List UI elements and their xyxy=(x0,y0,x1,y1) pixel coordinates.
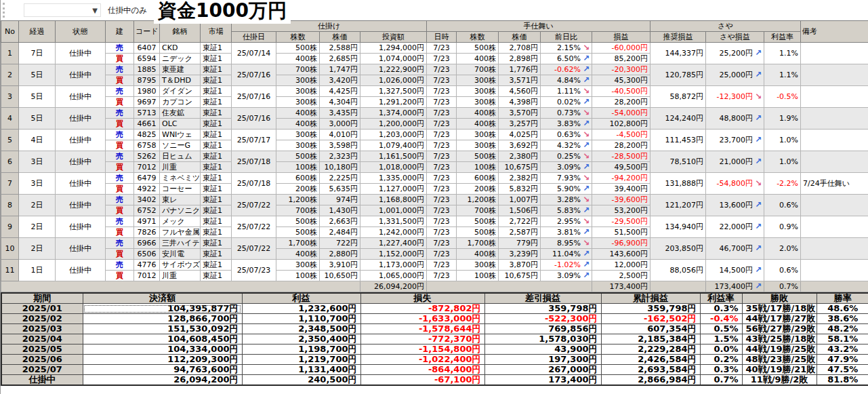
cell-market[interactable]: 東証1 xyxy=(201,97,232,108)
cell-winrate[interactable]: 58.1% xyxy=(817,334,868,344)
cell-saya-pl[interactable]: 25,200円↗ xyxy=(706,43,764,64)
trade-row[interactable]: 54日仕掛中売4825WNIウェ東証125/07/17300株4,010円1,2… xyxy=(1,130,868,140)
cell-market[interactable]: 東証1 xyxy=(201,195,232,205)
cell-exit-price[interactable]: 3,870円 xyxy=(499,260,541,271)
summary-row[interactable]: 2025/04104,608,450円2,350,400円-772,370円1,… xyxy=(1,334,868,344)
cell-code[interactable]: 7826 xyxy=(134,227,160,238)
cell-amount[interactable]: 151,530,092円 xyxy=(83,324,242,334)
cell-profit-loss[interactable]: -29,500円 xyxy=(592,216,650,227)
cell-code[interactable]: 4825 xyxy=(134,130,160,140)
cell-saya-pl[interactable]: 48,800円↗ xyxy=(706,108,764,130)
cell-exit-price[interactable]: 1,506円 xyxy=(499,205,541,216)
cell-profit-loss[interactable]: 28,200円 xyxy=(592,97,650,108)
cell-net[interactable]: 1,578,030円 xyxy=(484,334,601,344)
cell-recommended-pl[interactable]: 144,337円 xyxy=(650,43,706,64)
cell-code[interactable]: 6594 xyxy=(134,54,160,64)
cell-market[interactable]: 東証1 xyxy=(201,108,232,119)
cell-status[interactable]: 仕掛中 xyxy=(56,108,106,130)
cell-code[interactable]: 1885 xyxy=(134,64,160,75)
cell-name[interactable]: T＆DHD xyxy=(160,75,201,86)
cell-exit-date[interactable]: 7/23 xyxy=(427,195,457,205)
cell-record[interactable]: 40戦/19勝/21敗 xyxy=(742,365,817,375)
cell-exit-date[interactable]: 7/23 xyxy=(427,140,457,151)
cell-loss[interactable]: -1,633,000円 xyxy=(360,314,484,324)
cell-entry-shares[interactable]: 400株 xyxy=(276,119,320,130)
cell-entry-price[interactable]: 2,880円 xyxy=(320,249,360,260)
cell-day-change[interactable]: 7.93%↘ xyxy=(541,173,592,184)
cell-no[interactable]: 1 xyxy=(1,43,19,64)
cell-exit-shares[interactable]: 100株 xyxy=(457,162,499,173)
cell-entry-shares[interactable]: 300株 xyxy=(276,130,320,140)
cell-note[interactable] xyxy=(801,216,868,238)
cell-exit-date[interactable]: 7/23 xyxy=(427,43,457,54)
cell-entry-shares[interactable]: 600株 xyxy=(276,173,320,184)
cell-side[interactable]: 買 xyxy=(106,75,134,86)
cell-recommended-pl[interactable]: 124,240円 xyxy=(650,108,706,130)
trade-row[interactable]: 17日仕掛中売6407CKD東証125/07/14500株2,588円1,294… xyxy=(1,43,868,54)
cell-loss[interactable]: -67,100円 xyxy=(360,375,484,386)
cell-exit-price[interactable]: 2,898円 xyxy=(499,54,541,64)
cell-exit-shares[interactable]: 300株 xyxy=(457,260,499,271)
cell-no[interactable]: 11 xyxy=(1,260,19,281)
cell-profit-loss[interactable]: 51,500円 xyxy=(592,227,650,238)
cell-entry-shares[interactable]: 100株 xyxy=(276,162,320,173)
cell-code[interactable]: 7012 xyxy=(134,162,160,173)
cell-side[interactable]: 売 xyxy=(106,108,134,119)
cell-investment[interactable]: 1,227,400円 xyxy=(360,238,427,249)
cell-profit[interactable]: 1,110,700円 xyxy=(242,314,360,324)
cell-profit-loss[interactable]: -40,500円 xyxy=(592,86,650,97)
cell-name[interactable]: 東レ xyxy=(160,195,201,205)
cell-profit-rate[interactable]: 0.6% xyxy=(764,260,801,281)
cell-status[interactable]: 仕掛中 xyxy=(56,130,106,151)
cell-saya-pl[interactable]: 14,500円↗ xyxy=(706,260,764,281)
cell-profit[interactable]: 1,232,600円 xyxy=(242,304,360,314)
cell-rate[interactable]: 0.0% xyxy=(700,344,742,355)
cell-name[interactable]: メック xyxy=(160,216,201,227)
cell-winrate[interactable]: 47.9% xyxy=(817,355,868,365)
cell-entry-price[interactable]: 2,323円 xyxy=(320,151,360,162)
cell-net[interactable]: 173,400円 xyxy=(484,375,601,386)
cell-exit-date[interactable]: 7/23 xyxy=(427,54,457,64)
cell-entry-date[interactable]: 25/07/14 xyxy=(232,43,276,64)
summary-row[interactable]: 2025/02128,866,700円1,110,700円-1,633,000円… xyxy=(1,314,868,324)
cell-name[interactable]: 安川電 xyxy=(160,249,201,260)
cell-net[interactable]: 43,900円 xyxy=(484,344,601,355)
cell-market[interactable]: 東証1 xyxy=(201,271,232,281)
cell-investment[interactable]: 1,018,000円 xyxy=(360,162,427,173)
cell-recommended-pl[interactable]: 121,207円 xyxy=(650,195,706,216)
cell-elapsed[interactable]: 2日 xyxy=(19,216,56,238)
cell-period[interactable]: 仕掛中 xyxy=(1,375,83,386)
cell-name[interactable]: フルヤ金属 xyxy=(160,227,201,238)
cell-day-change[interactable]: 0.63%↘ xyxy=(541,130,592,140)
cell-net[interactable]: 197,300円 xyxy=(484,355,601,365)
cell-amount[interactable]: 104,334,000円 xyxy=(83,344,242,355)
cell-period[interactable]: 2025/02 xyxy=(1,314,83,324)
cell-entry-price[interactable]: 3,910円 xyxy=(320,260,360,271)
cell-code[interactable]: 4971 xyxy=(134,216,160,227)
cell-profit-loss[interactable]: 143,600円 xyxy=(592,249,650,260)
cell-market[interactable]: 東証1 xyxy=(201,130,232,140)
cell-exit-shares[interactable]: 200株 xyxy=(457,184,499,195)
cell-amount[interactable]: 26,094,200円 xyxy=(83,375,242,386)
cell-investment[interactable]: 1,374,000円 xyxy=(360,108,427,119)
cell-cum[interactable]: 2,866,984円 xyxy=(601,375,700,386)
cell-amount[interactable]: 112,209,300円 xyxy=(83,355,242,365)
cell-exit-shares[interactable]: 400株 xyxy=(457,108,499,119)
cell-elapsed[interactable]: 5日 xyxy=(19,108,56,130)
cell-elapsed[interactable]: 2日 xyxy=(19,238,56,260)
cell-side[interactable]: 買 xyxy=(106,54,134,64)
cell-investment[interactable]: 1,242,000円 xyxy=(360,227,427,238)
cell-side[interactable]: 売 xyxy=(106,173,134,184)
cell-loss[interactable]: -772,370円 xyxy=(360,334,484,344)
cell-entry-shares[interactable]: 100株 xyxy=(276,271,320,281)
cell-saya-pl[interactable]: 22,000円↗ xyxy=(706,216,764,238)
cell-no[interactable]: 9 xyxy=(1,216,19,238)
cell-code[interactable]: 6506 xyxy=(134,249,160,260)
cell-elapsed[interactable]: 2日 xyxy=(19,195,56,216)
cell-no[interactable]: 2 xyxy=(1,64,19,86)
cell-code[interactable]: 6479 xyxy=(134,173,160,184)
cell-rate[interactable]: 1.5% xyxy=(700,334,742,344)
cell-name[interactable]: コーセー xyxy=(160,184,201,195)
cell-profit-loss[interactable]: 53,200円 xyxy=(592,205,650,216)
cell-entry-price[interactable]: 4,425円 xyxy=(320,86,360,97)
